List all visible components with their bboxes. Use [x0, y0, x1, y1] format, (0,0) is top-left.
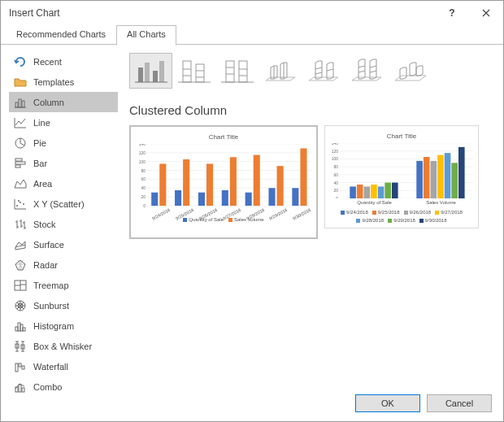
svg-rect-54: [198, 193, 205, 206]
subtype-stacked-column[interactable]: [172, 53, 215, 89]
main-pane: Clustered Column Chart Title 02040608010…: [124, 45, 503, 386]
svg-text:120: 120: [332, 149, 339, 154]
content: Recent Templates Column Line Pie Bar Are…: [1, 45, 503, 386]
dialog-title: Insert Chart: [9, 7, 435, 19]
pie-icon: [14, 137, 27, 150]
svg-rect-87: [416, 161, 423, 198]
svg-rect-24: [19, 385, 21, 392]
svg-text:100: 100: [139, 159, 146, 164]
svg-rect-4: [15, 159, 22, 161]
chart-x-labels: 9/24/20189/25/20189/26/20189/27/20189/28…: [136, 207, 311, 212]
svg-rect-89: [431, 161, 437, 198]
svg-text:0: 0: [143, 203, 146, 207]
sidebar-item-label: Column: [33, 98, 64, 107]
svg-rect-62: [292, 188, 298, 206]
sidebar-item-surface[interactable]: Surface: [9, 234, 118, 255]
svg-text:120: 120: [139, 150, 146, 155]
tab-recommended[interactable]: Recommended Charts: [6, 25, 116, 45]
sidebar-item-templates[interactable]: Templates: [9, 72, 118, 92]
svg-rect-93: [458, 147, 465, 198]
sidebar-item-boxwhisker[interactable]: Box & Whisker: [9, 336, 118, 356]
svg-rect-20: [15, 363, 18, 372]
subtype-3d-stacked-column[interactable]: [302, 53, 345, 89]
svg-rect-56: [222, 190, 228, 206]
sidebar-item-column[interactable]: Column: [9, 92, 118, 112]
chart-preview-2[interactable]: Chart Title 020406080100120140 Quantity …: [324, 125, 479, 228]
chart-previews: Chart Title 020406080100120140 9/24/2018…: [129, 125, 493, 239]
svg-text:60: 60: [333, 172, 338, 177]
svg-rect-5: [15, 162, 25, 164]
sidebar-item-label: Pie: [33, 138, 46, 148]
subtype-100-stacked-column[interactable]: [215, 53, 259, 89]
svg-rect-53: [183, 159, 189, 206]
svg-rect-1: [19, 99, 21, 107]
svg-rect-21: [19, 363, 21, 367]
svg-rect-27: [145, 63, 150, 82]
boxwhisker-icon: [14, 340, 27, 353]
titlebar: Insert Chart ?: [1, 1, 503, 25]
sidebar-item-radar[interactable]: Radar: [9, 255, 118, 275]
sidebar-item-label: Bar: [33, 159, 47, 168]
svg-text:140: 140: [139, 144, 146, 146]
subtype-3d-column[interactable]: [388, 53, 431, 89]
svg-text:40: 40: [333, 181, 338, 185]
histogram-icon: [14, 320, 27, 333]
svg-text:60: 60: [141, 176, 146, 181]
tabs: Recommended Charts All Charts: [1, 25, 503, 45]
sidebar-item-line[interactable]: Line: [9, 112, 118, 133]
svg-text:80: 80: [141, 168, 146, 173]
radar-icon: [14, 259, 27, 272]
cancel-button[interactable]: Cancel: [427, 394, 492, 412]
chart-type-sidebar: Recent Templates Column Line Pie Bar Are…: [1, 45, 124, 386]
sidebar-item-area[interactable]: Area: [9, 173, 118, 194]
sidebar-item-label: Combo: [33, 382, 62, 392]
sidebar-item-label: Sunburst: [33, 301, 69, 311]
chart-plot-area: 020406080100120140: [136, 144, 311, 207]
surface-icon: [14, 238, 27, 251]
sidebar-item-stock[interactable]: Stock: [9, 214, 118, 234]
area-icon: [14, 177, 27, 190]
sidebar-item-bar[interactable]: Bar: [9, 153, 118, 173]
templates-icon: [14, 76, 27, 89]
sidebar-item-scatter[interactable]: X Y (Scatter): [9, 194, 118, 214]
sidebar-item-waterfall[interactable]: Waterfall: [9, 356, 118, 376]
svg-rect-84: [378, 186, 385, 198]
chart-title: Chart Title: [330, 133, 473, 140]
help-button[interactable]: ?: [435, 1, 469, 25]
svg-text:20: 20: [141, 194, 146, 199]
subtype-3d-100-stacked-column[interactable]: [345, 53, 388, 89]
svg-rect-85: [385, 183, 391, 198]
scatter-icon: [14, 198, 27, 211]
svg-rect-52: [175, 190, 181, 206]
ok-button[interactable]: OK: [355, 394, 420, 412]
subtype-3d-clustered-column[interactable]: [259, 53, 302, 89]
chart-legend: 9/24/20189/25/20189/26/20189/27/20189/28…: [330, 210, 473, 223]
svg-rect-0: [15, 102, 18, 107]
sidebar-item-label: Line: [33, 118, 50, 128]
sidebar-item-recent[interactable]: Recent: [9, 51, 118, 72]
svg-rect-83: [371, 185, 377, 198]
svg-rect-32: [226, 61, 234, 82]
subtype-clustered-column[interactable]: [129, 53, 172, 89]
sidebar-item-label: Surface: [33, 240, 64, 250]
svg-rect-6: [15, 165, 20, 167]
sidebar-item-combo[interactable]: Combo: [9, 376, 118, 397]
svg-rect-91: [445, 153, 451, 198]
sidebar-item-treemap[interactable]: Treemap: [9, 275, 118, 295]
tab-all-charts[interactable]: All Charts: [116, 25, 176, 46]
svg-text:80: 80: [333, 164, 338, 169]
sidebar-item-pie[interactable]: Pie: [9, 133, 118, 153]
svg-text:100: 100: [332, 156, 339, 161]
line-icon: [14, 116, 27, 129]
chart-group-labels: Quantity of Sale Sales Volume: [330, 200, 473, 205]
close-button[interactable]: [469, 1, 503, 25]
svg-point-7: [16, 205, 18, 207]
chart-preview-1[interactable]: Chart Title 020406080100120140 9/24/2018…: [129, 125, 318, 239]
svg-text:20: 20: [333, 188, 338, 193]
svg-rect-86: [392, 183, 398, 198]
svg-rect-28: [153, 71, 158, 82]
svg-rect-92: [451, 163, 458, 198]
sidebar-item-sunburst[interactable]: Sunburst: [9, 295, 118, 315]
sidebar-item-histogram[interactable]: Histogram: [9, 315, 118, 336]
sidebar-item-label: Stock: [33, 220, 56, 229]
